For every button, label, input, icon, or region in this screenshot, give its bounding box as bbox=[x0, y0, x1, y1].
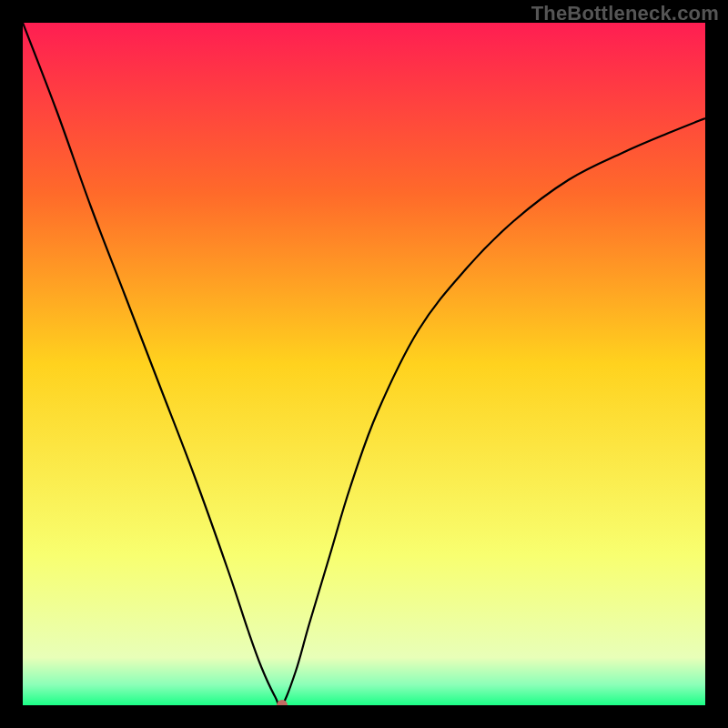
chart-frame: TheBottleneck.com bbox=[0, 0, 728, 728]
bottleneck-plot bbox=[23, 23, 705, 705]
gradient-background bbox=[23, 23, 705, 705]
